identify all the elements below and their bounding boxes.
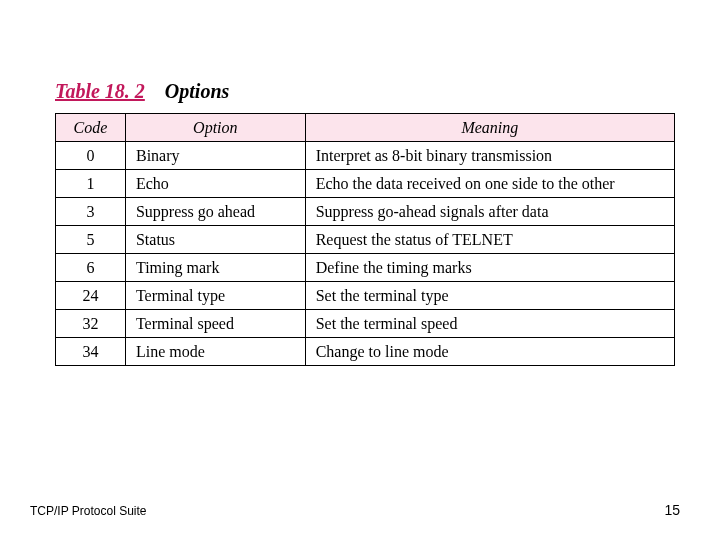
cell-code: 34 xyxy=(56,338,126,366)
table-header-row: Code Option Meaning xyxy=(56,114,675,142)
cell-meaning: Request the status of TELNET xyxy=(305,226,674,254)
header-option: Option xyxy=(125,114,305,142)
cell-code: 24 xyxy=(56,282,126,310)
cell-code: 32 xyxy=(56,310,126,338)
table-row: 24 Terminal type Set the terminal type xyxy=(56,282,675,310)
options-table: Code Option Meaning 0 Binary Interpret a… xyxy=(55,113,675,366)
cell-meaning: Set the terminal type xyxy=(305,282,674,310)
cell-option: Echo xyxy=(125,170,305,198)
cell-code: 6 xyxy=(56,254,126,282)
cell-code: 5 xyxy=(56,226,126,254)
cell-meaning: Set the terminal speed xyxy=(305,310,674,338)
table-title: Table 18. 2 Options xyxy=(55,80,680,103)
slide-page: Table 18. 2 Options Code Option Meaning … xyxy=(0,0,720,540)
cell-code: 1 xyxy=(56,170,126,198)
table-row: 34 Line mode Change to line mode xyxy=(56,338,675,366)
cell-option: Timing mark xyxy=(125,254,305,282)
header-code: Code xyxy=(56,114,126,142)
cell-option: Suppress go ahead xyxy=(125,198,305,226)
page-number: 15 xyxy=(664,502,680,518)
cell-option: Binary xyxy=(125,142,305,170)
footer-text: TCP/IP Protocol Suite xyxy=(30,504,147,518)
cell-meaning: Interpret as 8-bit binary transmission xyxy=(305,142,674,170)
cell-meaning: Echo the data received on one side to th… xyxy=(305,170,674,198)
cell-option: Line mode xyxy=(125,338,305,366)
table-row: 1 Echo Echo the data received on one sid… xyxy=(56,170,675,198)
cell-option: Terminal speed xyxy=(125,310,305,338)
table-row: 5 Status Request the status of TELNET xyxy=(56,226,675,254)
table-row: 32 Terminal speed Set the terminal speed xyxy=(56,310,675,338)
cell-option: Terminal type xyxy=(125,282,305,310)
table-row: 3 Suppress go ahead Suppress go-ahead si… xyxy=(56,198,675,226)
cell-option: Status xyxy=(125,226,305,254)
cell-meaning: Suppress go-ahead signals after data xyxy=(305,198,674,226)
header-meaning: Meaning xyxy=(305,114,674,142)
cell-meaning: Change to line mode xyxy=(305,338,674,366)
table-caption: Options xyxy=(165,80,229,102)
cell-code: 0 xyxy=(56,142,126,170)
table-number: Table 18. 2 xyxy=(55,80,145,102)
table-row: 6 Timing mark Define the timing marks xyxy=(56,254,675,282)
cell-meaning: Define the timing marks xyxy=(305,254,674,282)
cell-code: 3 xyxy=(56,198,126,226)
table-row: 0 Binary Interpret as 8-bit binary trans… xyxy=(56,142,675,170)
